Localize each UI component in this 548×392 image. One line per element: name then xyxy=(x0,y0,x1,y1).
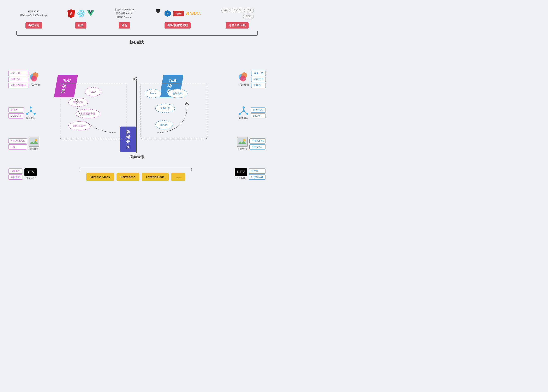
deveff-right-tags: 组件库 可视化搭建 xyxy=(249,168,266,180)
terminal-desc: 小程序 MiniProgram混合应用 Hybrid浏览器 Browser xyxy=(114,8,135,19)
babel-icon: BABEL xyxy=(186,11,201,16)
tag-chart: 图表/Chart xyxy=(249,138,266,143)
tag-socket: Socket xyxy=(251,113,266,118)
network-left-tags: 高并发 CDN/缓存 xyxy=(8,107,24,119)
terminal-icons: 小程序 MiniProgram混合应用 Hybrid浏览器 Browser xyxy=(114,6,135,21)
lang-label: 编程语言 xyxy=(25,22,42,28)
ux-left-icon xyxy=(30,72,41,82)
network-right-label: 网络知识 xyxy=(239,117,248,120)
ux-right-group: 体验一致 操作效率 鲁棒性 用户体验 xyxy=(239,71,266,88)
tag-robust: 鲁棒性 xyxy=(251,83,266,88)
graphic-left-icon-group: 图形技术 xyxy=(29,137,39,151)
cloud-cicd: CI/CD xyxy=(231,8,243,13)
ux-right-icon-group: 用户体验 xyxy=(239,72,250,86)
ux-right-tags: 体验一致 操作效率 鲁棒性 xyxy=(251,71,266,88)
svg-rect-11 xyxy=(156,9,160,10)
deveff-left-group: 跨端同构 运营配置 DEV 开发效能 xyxy=(8,168,37,180)
toc-label: ToC 场景 xyxy=(54,75,78,97)
ux-left-icon-group: 用户体验 xyxy=(30,72,41,86)
main-diagram: 核心能力 ToC 场景 ToB 场景 前端开发 SEO 前端安全 浏览器兼容性 … xyxy=(4,38,270,166)
svg-rect-25 xyxy=(30,138,38,146)
svg-text:A: A xyxy=(70,12,72,15)
graphic-right-icon-group: 图形技术 xyxy=(237,137,248,151)
network-right-icon xyxy=(238,106,249,116)
deveff-left-label: 开发效能 xyxy=(26,177,35,180)
graphic-right-icon xyxy=(237,137,248,147)
network-right-icon-group: 网络知识 xyxy=(238,106,249,120)
graphic-left-group: 动画/WebGL 位图 图形技术 xyxy=(8,137,39,151)
bottom-section: 跨端同构 运营配置 DEV 开发效能 Microservices Serverl… xyxy=(4,166,270,181)
toc-compat: 浏览器兼容性 xyxy=(76,109,100,119)
tag-visual: 可视化搭建 xyxy=(249,175,266,180)
cloud-ide: IDE xyxy=(244,8,254,13)
tob-mock: Mock xyxy=(145,89,161,98)
tag-consistency: 体验一致 xyxy=(251,71,266,76)
diagram-svg xyxy=(4,38,270,166)
tob-test: 前端测试 xyxy=(168,89,187,98)
bottom-bracket-svg xyxy=(78,168,194,172)
future-label: 面向未来 xyxy=(130,154,144,159)
ux-right-label: 用户体验 xyxy=(240,83,249,86)
network-right-group: 网关/跨域 Socket 网络知识 xyxy=(238,106,266,120)
tech-devtools: Git CI/CD IDE TDD 开发工具/环境 xyxy=(221,6,254,28)
svg-line-33 xyxy=(244,111,247,114)
devtools-clouds: Git CI/CD IDE TDD xyxy=(221,8,254,19)
deveff-right-icon-group: DEV 开发效能 xyxy=(235,168,247,180)
bracket-svg xyxy=(14,30,260,36)
graphic-right-label: 图形技术 xyxy=(238,148,247,151)
dev-left-badge: DEV xyxy=(24,168,37,176)
graphic-left-label: 图形技术 xyxy=(29,148,38,151)
graphic-right-group: 图表/Chart 图标SVG 图形技术 xyxy=(237,137,266,151)
tag-bitmap: 位图 xyxy=(8,144,27,149)
core-capability-label: 核心能力 xyxy=(130,40,144,45)
deveff-right-label: 开发效能 xyxy=(236,177,245,180)
tech-framework: A 框架 xyxy=(67,6,94,28)
angular-icon: A xyxy=(67,9,75,18)
framework-icons: A xyxy=(67,6,94,21)
bottom-bracket xyxy=(78,168,194,172)
tag-complib: 组件库 xyxy=(249,168,266,174)
build-icons: W npm BABEL xyxy=(154,6,201,21)
build-label: 编译/构建/包管理 xyxy=(165,22,191,28)
toc-responsive: 响应式设计 xyxy=(68,121,91,130)
graphic-right-tags: 图表/Chart 图标SVG xyxy=(249,138,266,149)
svg-point-6 xyxy=(80,13,82,14)
graphic-left-icon xyxy=(29,137,39,147)
lang-icons: HTML/CSSES6/JavaScript/TypeScript xyxy=(20,6,47,21)
tag-concurrency: 高并发 xyxy=(8,107,24,112)
vue-icon xyxy=(87,10,94,17)
network-left-icon xyxy=(25,106,36,116)
ux-left-group: 设计还原 性能优化 可用性/通用性 用户体验 xyxy=(8,71,41,88)
ux-right-icon xyxy=(239,72,250,82)
tag-ops: 运营配置 xyxy=(8,175,23,180)
tob-bpmn: BPMN xyxy=(155,120,173,129)
svg-line-22 xyxy=(27,111,31,114)
tag-perf: 性能优化 xyxy=(8,77,28,82)
tech-build: W npm BABEL 编译/构建/包管理 xyxy=(154,6,201,28)
tag-usability: 可用性/通用性 xyxy=(8,83,28,88)
deveff-left-icon-group: DEV 开发效能 xyxy=(24,168,37,180)
svg-point-37 xyxy=(243,139,246,141)
lang-desc: HTML/CSSES6/JavaScript/TypeScript xyxy=(20,9,47,17)
svg-rect-35 xyxy=(238,138,246,146)
svg-point-27 xyxy=(35,139,37,141)
network-right-tags: 网关/跨域 Socket xyxy=(251,107,266,118)
npm-badge: npm xyxy=(173,11,184,16)
tag-crossend: 跨端同构 xyxy=(8,168,23,174)
network-left-icon-group: 网络知识 xyxy=(25,106,36,120)
terminal-label: 终端 xyxy=(119,22,130,28)
svg-text:W: W xyxy=(166,12,169,15)
devtools-label: 开发工具/环境 xyxy=(226,22,249,28)
top-section: HTML/CSSES6/JavaScript/TypeScript 编程语言 A xyxy=(4,4,270,28)
tag-efficiency: 操作效率 xyxy=(251,77,266,82)
ux-left-tags: 设计还原 性能优化 可用性/通用性 xyxy=(8,71,28,88)
tag-design: 设计还原 xyxy=(8,71,28,76)
deveff-left-tags: 跨端同构 运营配置 xyxy=(8,168,23,180)
network-left-group: 高并发 CDN/缓存 网络知识 xyxy=(8,106,36,120)
bracket xyxy=(14,30,260,36)
mascot-icon xyxy=(154,9,162,18)
tag-gateway: 网关/跨域 xyxy=(251,107,266,113)
cloud-tdd: TDD xyxy=(243,14,254,19)
item-lowcode: Low/No Code xyxy=(142,173,168,181)
item-serverless: Serverless xyxy=(116,173,139,181)
